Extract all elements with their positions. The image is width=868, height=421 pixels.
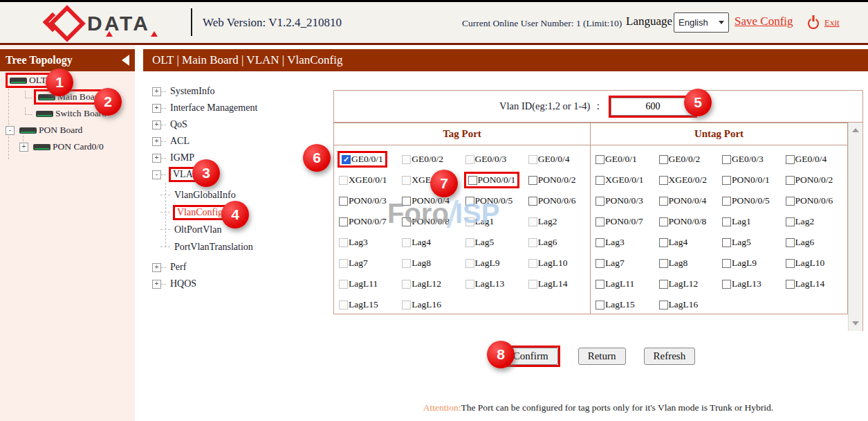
port-checkbox[interactable] <box>528 280 537 289</box>
port-checkbox[interactable] <box>342 155 351 164</box>
port-checkbox[interactable] <box>465 155 474 164</box>
port-checkbox[interactable] <box>595 217 604 226</box>
port-checkbox[interactable] <box>465 280 474 289</box>
port-checkbox[interactable] <box>786 238 795 247</box>
menu-item[interactable]: + IGMP <box>152 150 325 166</box>
port-checkbox[interactable] <box>595 301 604 310</box>
scroll-down-icon[interactable] <box>852 321 859 325</box>
port-checkbox[interactable] <box>402 259 411 268</box>
port-checkbox[interactable] <box>722 238 731 247</box>
refresh-button[interactable]: Refresh <box>644 348 696 365</box>
menu-expander[interactable]: + <box>152 263 161 272</box>
port-checkbox[interactable] <box>339 197 348 206</box>
menu-item-label: OltPortVlan <box>173 224 223 235</box>
port-checkbox[interactable] <box>339 301 348 310</box>
port-checkbox[interactable] <box>595 197 604 206</box>
port-checkbox[interactable] <box>528 176 537 185</box>
confirm-button[interactable]: Confirm <box>504 348 558 365</box>
port-checkbox[interactable] <box>659 197 668 206</box>
port-checkbox[interactable] <box>465 259 474 268</box>
port-checkbox[interactable] <box>339 176 348 185</box>
port-checkbox[interactable] <box>659 259 668 268</box>
menu-expander[interactable]: + <box>152 280 161 289</box>
port-checkbox[interactable] <box>465 217 474 226</box>
menu-expander[interactable]: + <box>152 104 161 113</box>
port-checkbox[interactable] <box>528 217 537 226</box>
port-checkbox[interactable] <box>722 259 731 268</box>
menu-item[interactable]: PortVlanTranslation <box>160 238 325 256</box>
tree-item[interactable]: Switch Board <box>24 105 132 122</box>
port-checkbox[interactable] <box>339 259 348 268</box>
port-checkbox[interactable] <box>402 155 411 164</box>
scroll-up-icon[interactable] <box>852 128 859 132</box>
menu-item[interactable]: + ACL <box>152 133 325 150</box>
port-checkbox[interactable] <box>402 197 411 206</box>
menu-expander[interactable]: + <box>152 87 161 96</box>
port-checkbox[interactable] <box>528 155 537 164</box>
port-checkbox[interactable] <box>659 217 668 226</box>
menu-expander[interactable]: - <box>152 170 161 179</box>
menu-item[interactable]: OltPortVlan <box>160 221 325 238</box>
port-checkbox[interactable] <box>595 280 604 289</box>
port-checkbox[interactable] <box>465 238 474 247</box>
exit-link[interactable]: Exit <box>824 17 840 28</box>
menu-item[interactable]: + Interface Management <box>152 100 325 116</box>
port-checkbox[interactable] <box>786 280 795 289</box>
port-checkbox[interactable] <box>659 155 668 164</box>
port-checkbox[interactable] <box>722 280 731 289</box>
menu-expander[interactable]: + <box>152 137 161 146</box>
menu-item[interactable]: + QoS <box>152 116 325 133</box>
menu-item[interactable]: - VLAN <box>152 166 325 183</box>
menu-item[interactable]: + SystemInfo <box>152 83 325 100</box>
port-checkbox[interactable] <box>402 176 411 185</box>
port-checkbox[interactable] <box>595 259 604 268</box>
tree-item[interactable]: OLT <box>6 72 132 89</box>
tree-expander[interactable]: - <box>6 126 15 135</box>
power-icon[interactable] <box>808 18 819 29</box>
port-checkbox[interactable] <box>528 197 537 206</box>
return-button[interactable]: Return <box>578 348 626 365</box>
port-checkbox[interactable] <box>659 301 668 310</box>
port-checkbox[interactable] <box>722 176 731 185</box>
port-checkbox[interactable] <box>528 259 537 268</box>
port-checkbox[interactable] <box>402 238 411 247</box>
port-checkbox[interactable] <box>402 217 411 226</box>
port-checkbox[interactable] <box>722 197 731 206</box>
menu-item[interactable]: VlanConfig <box>160 204 325 221</box>
port-checkbox[interactable] <box>402 301 411 310</box>
tree-item[interactable]: + PON Card0/0 <box>19 138 132 155</box>
port-checkbox[interactable] <box>786 259 795 268</box>
port-checkbox[interactable] <box>722 155 731 164</box>
port-checkbox[interactable] <box>595 176 604 185</box>
tree-expander[interactable]: + <box>19 143 28 152</box>
tree-item[interactable]: - PON Board <box>6 122 132 138</box>
port-checkbox[interactable] <box>786 176 795 185</box>
save-config-link[interactable]: Save Config <box>735 15 793 28</box>
menu-item[interactable]: + Perf <box>152 259 325 276</box>
port-checkbox[interactable] <box>659 176 668 185</box>
port-checkbox[interactable] <box>659 280 668 289</box>
vlan-id-input[interactable] <box>611 98 695 116</box>
table-scrollbar[interactable] <box>848 123 862 331</box>
port-checkbox[interactable] <box>595 238 604 247</box>
port-checkbox[interactable] <box>402 280 411 289</box>
port-checkbox[interactable] <box>786 155 795 164</box>
port-checkbox[interactable] <box>339 280 348 289</box>
port-checkbox[interactable] <box>786 197 795 206</box>
collapse-arrow-icon[interactable] <box>122 55 129 66</box>
menu-item[interactable]: VlanGlobalInfo <box>160 186 325 204</box>
port-checkbox[interactable] <box>465 197 474 206</box>
port-checkbox[interactable] <box>339 217 348 226</box>
port-checkbox[interactable] <box>786 217 795 226</box>
port-checkbox[interactable] <box>339 238 348 247</box>
language-select[interactable]: English <box>674 12 729 33</box>
menu-expander[interactable]: + <box>152 154 161 163</box>
port-checkbox[interactable] <box>722 217 731 226</box>
port-checkbox[interactable] <box>468 176 477 185</box>
port-checkbox[interactable] <box>528 238 537 247</box>
menu-expander[interactable]: + <box>152 120 161 129</box>
tree-item[interactable]: Main Board <box>24 89 132 105</box>
port-checkbox[interactable] <box>659 238 668 247</box>
port-checkbox[interactable] <box>595 155 604 164</box>
menu-item[interactable]: + HQOS <box>152 276 325 292</box>
